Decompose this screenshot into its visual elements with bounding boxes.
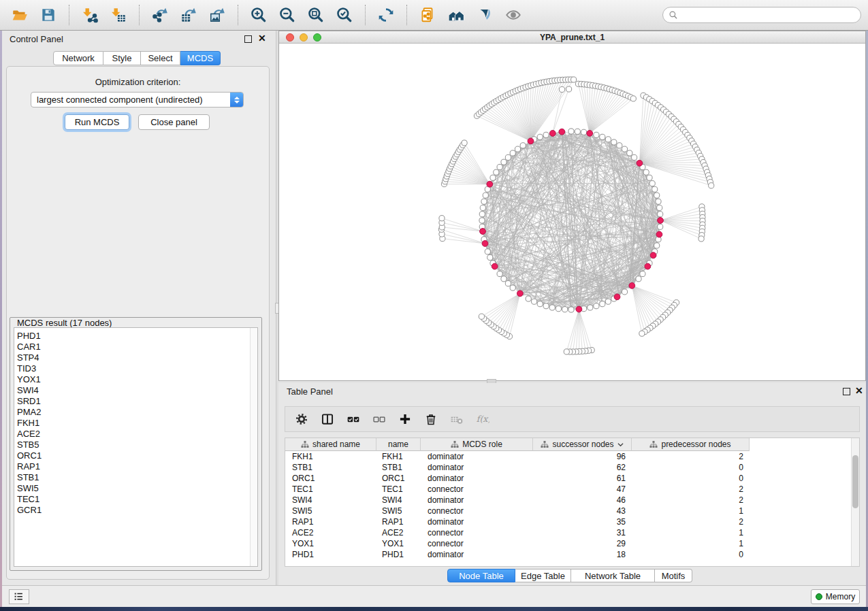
search-box[interactable] <box>662 7 861 23</box>
cell-mcds_role[interactable]: connector <box>421 528 533 538</box>
graph-hub-node[interactable] <box>492 263 498 269</box>
cell-shared_name[interactable]: ACE2 <box>285 528 376 538</box>
cell-shared_name[interactable]: RAP1 <box>285 517 376 527</box>
graph-node[interactable] <box>594 132 599 137</box>
graph-node[interactable] <box>568 307 574 312</box>
toolbar-button-refresh-view[interactable] <box>374 3 398 27</box>
cell-mcds_role[interactable]: dominator <box>421 517 533 527</box>
graph-node[interactable] <box>652 186 658 192</box>
graph-node[interactable] <box>556 306 561 312</box>
graph-node[interactable] <box>622 146 627 152</box>
cell-name[interactable]: YOX1 <box>376 539 421 548</box>
cell-name[interactable]: ACE2 <box>376 528 421 538</box>
search-input[interactable] <box>681 10 855 20</box>
toolbar-button-open-session[interactable] <box>7 3 32 27</box>
cell-predecessor_nodes[interactable]: 1 <box>632 539 750 548</box>
toolbar-button-import-table[interactable] <box>106 3 131 27</box>
graph-node[interactable] <box>562 307 568 312</box>
toolbar-button-new-network-file[interactable] <box>415 3 440 27</box>
graph-hub-node[interactable] <box>487 181 493 187</box>
task-history-button[interactable] <box>9 589 29 604</box>
cell-shared_name[interactable]: SWI5 <box>285 506 376 516</box>
table-row[interactable]: RAP1RAP1dominator352 <box>285 516 852 527</box>
graph-node[interactable] <box>630 96 636 101</box>
table-panel-float-button[interactable] <box>843 388 850 395</box>
cell-shared_name[interactable]: YOX1 <box>285 539 376 548</box>
mcds-result-item[interactable]: SRD1 <box>14 396 257 407</box>
optimization-criterion-select[interactable]: largest connected component (undirected) <box>31 92 244 108</box>
cell-predecessor_nodes[interactable]: 2 <box>632 484 750 494</box>
mcds-result-item[interactable]: STP4 <box>14 352 257 363</box>
toolbar-button-zoom-selected[interactable] <box>332 3 357 27</box>
graph-node[interactable] <box>537 301 543 307</box>
mcds-result-item[interactable]: TEC1 <box>14 494 257 505</box>
graph-node[interactable] <box>575 129 580 134</box>
control-panel-float-button[interactable] <box>244 35 252 43</box>
network-window-titlebar[interactable]: YPA_prune.txt_1 <box>279 31 865 44</box>
network-canvas[interactable] <box>279 44 865 380</box>
graph-node[interactable] <box>588 305 593 310</box>
column-header-name[interactable]: name <box>376 438 421 451</box>
cell-shared_name[interactable]: FKH1 <box>285 452 376 461</box>
cell-predecessor_nodes[interactable]: 2 <box>632 452 750 461</box>
cell-successor_nodes[interactable]: 61 <box>533 474 632 483</box>
graph-node[interactable] <box>657 205 662 210</box>
cell-mcds_role[interactable]: connector <box>421 539 533 548</box>
toolbar-button-show-hide-disabled[interactable] <box>501 3 526 27</box>
toolbar-button-export-image[interactable] <box>205 3 229 27</box>
tab-network[interactable]: Network <box>53 51 103 65</box>
column-header-predecessor-nodes[interactable]: predecessor nodes <box>632 438 750 451</box>
tab-mcds[interactable]: MCDS <box>180 51 221 65</box>
graph-hub-node[interactable] <box>645 263 651 269</box>
graph-node[interactable] <box>643 169 649 175</box>
cell-successor_nodes[interactable]: 18 <box>533 550 632 559</box>
graph-hub-node[interactable] <box>656 231 662 237</box>
graph-hub-node[interactable] <box>614 294 620 300</box>
graph-node[interactable] <box>654 193 660 198</box>
memory-button[interactable]: Memory <box>811 589 860 604</box>
graph-node[interactable] <box>532 299 537 304</box>
cell-predecessor_nodes[interactable]: 0 <box>632 474 750 483</box>
toolbar-button-zoom-fit[interactable] <box>304 3 328 27</box>
graph-node[interactable] <box>656 199 661 204</box>
mcds-result-item[interactable]: ORC1 <box>14 450 257 461</box>
cell-predecessor_nodes[interactable]: 1 <box>632 506 750 516</box>
graph-hub-node[interactable] <box>482 241 488 247</box>
mcds-result-item[interactable]: SWI4 <box>14 385 257 396</box>
toolbar-button-save-session[interactable] <box>36 3 61 27</box>
graph-node[interactable] <box>494 169 499 175</box>
cell-mcds_role[interactable]: dominator <box>421 495 533 505</box>
cell-successor_nodes[interactable]: 29 <box>533 539 632 548</box>
cell-mcds_role[interactable]: dominator <box>421 452 533 461</box>
graph-node[interactable] <box>462 140 467 146</box>
table-row[interactable]: SWI4SWI4dominator462 <box>285 495 852 506</box>
cell-name[interactable]: ORC1 <box>376 474 421 483</box>
cell-name[interactable]: SWI4 <box>376 495 421 505</box>
graph-node[interactable] <box>640 271 645 276</box>
table-row[interactable]: ORC1ORC1dominator610 <box>285 473 852 484</box>
graph-node[interactable] <box>510 150 515 156</box>
graph-node[interactable] <box>501 159 507 165</box>
graph-node[interactable] <box>709 183 714 188</box>
graph-node[interactable] <box>549 305 555 310</box>
graph-node[interactable] <box>568 129 574 134</box>
table-toolbar-button-add-column[interactable] <box>398 412 413 427</box>
graph-node[interactable] <box>639 331 645 336</box>
graph-node[interactable] <box>600 301 605 307</box>
graph-node[interactable] <box>600 134 605 139</box>
graph-node[interactable] <box>515 146 520 152</box>
control-panel-close-button[interactable]: ✕ <box>258 35 266 42</box>
graph-node[interactable] <box>479 218 485 223</box>
graph-node[interactable] <box>487 254 493 260</box>
tab-motifs[interactable]: Motifs <box>655 569 692 582</box>
tab-node-table[interactable]: Node Table <box>447 569 515 582</box>
graph-node[interactable] <box>479 314 484 319</box>
graph-node[interactable] <box>505 281 511 286</box>
toolbar-button-import-network[interactable] <box>78 3 102 27</box>
tab-select[interactable]: Select <box>141 51 180 65</box>
cell-predecessor_nodes[interactable]: 2 <box>632 495 750 505</box>
cell-name[interactable]: PHD1 <box>376 550 421 559</box>
select-stepper-icon[interactable] <box>230 93 243 107</box>
graph-node[interactable] <box>658 224 663 229</box>
cell-shared_name[interactable]: STB1 <box>285 463 376 472</box>
